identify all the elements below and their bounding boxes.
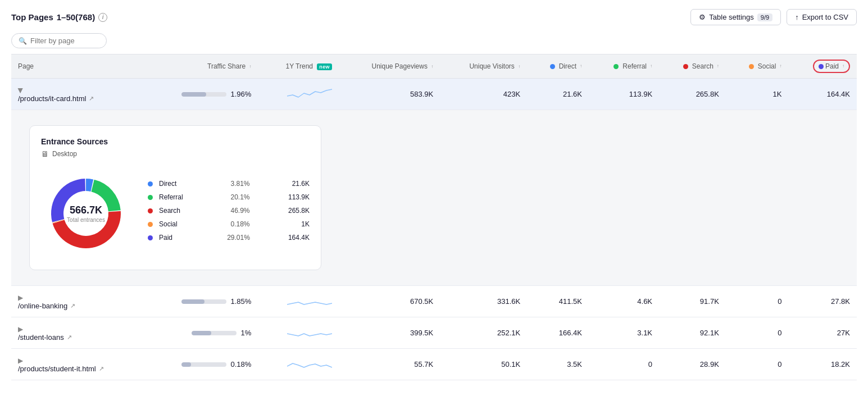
- cell-traffic-share: 1.96%: [146, 79, 258, 110]
- sparkline-chart: [287, 85, 332, 102]
- chevron-icon: ▶: [17, 88, 25, 93]
- page-link[interactable]: /products/student-it.html ↗: [18, 365, 139, 373]
- col-direct: Direct: [527, 54, 589, 79]
- page-title: Top Pages 1–50(768) i: [11, 12, 107, 22]
- page-link[interactable]: /online-banking ↗: [18, 302, 139, 310]
- cell-direct: 3.5K: [527, 349, 589, 380]
- traffic-bar-fill: [181, 362, 192, 367]
- cell-unique-pageviews: 399.5K: [339, 317, 440, 349]
- legend-val: 265.8K: [284, 207, 310, 215]
- legend-pct: 29.01%: [227, 234, 250, 242]
- chevron-icon: ▶: [18, 325, 23, 333]
- col-unique-pageviews: Unique Pageviews: [339, 54, 440, 79]
- external-link-icon: ↗: [99, 365, 104, 372]
- page-link[interactable]: /products/it-card.html ↗: [18, 94, 139, 103]
- cell-unique-visitors: 252.1K: [440, 317, 527, 349]
- cell-direct: 411.5K: [527, 286, 589, 317]
- external-link-icon: ↗: [89, 95, 94, 102]
- sort-social[interactable]: [779, 64, 781, 69]
- legend-pct: 3.81%: [228, 180, 250, 188]
- cell-paid: 27.8K: [788, 286, 857, 317]
- cell-social: 1K: [726, 79, 789, 110]
- cell-traffic-share: 1%: [146, 317, 258, 349]
- entrance-sources-panel: Entrance Sources 🖥 Desktop 566.7K Total …: [29, 125, 321, 270]
- col-traffic-share: Traffic Share: [146, 54, 258, 79]
- sort-unique-visitors[interactable]: [518, 65, 520, 69]
- expand-button[interactable]: ▶: [18, 87, 23, 94]
- cell-referral: 113.9K: [589, 79, 659, 110]
- expand-button[interactable]: ▶: [18, 294, 23, 302]
- legend-name: Direct: [159, 180, 193, 188]
- cell-trend: [258, 349, 338, 380]
- referral-dot: [613, 64, 619, 69]
- traffic-bar-fill: [181, 299, 205, 304]
- traffic-share-value: 1%: [241, 329, 252, 337]
- settings-icon: ⚙: [699, 13, 706, 21]
- cell-search: 92.1K: [659, 317, 726, 349]
- legend-pct: 20.1%: [228, 193, 250, 201]
- cell-page: ▶ /products/it-card.html ↗: [11, 79, 146, 110]
- sort-direct[interactable]: [580, 64, 582, 69]
- legend-pct: 46.9%: [228, 207, 250, 215]
- expanded-panel-row: Entrance Sources 🖥 Desktop 566.7K Total …: [11, 110, 857, 286]
- sort-paid[interactable]: [842, 64, 844, 69]
- legend-dot: [148, 181, 153, 186]
- cell-paid: 27K: [788, 317, 857, 349]
- filter-bar: 🔍: [11, 33, 857, 48]
- sort-referral[interactable]: [650, 64, 652, 69]
- search-icon: 🔍: [19, 37, 27, 45]
- cell-referral: 0: [589, 349, 659, 380]
- cell-direct: 166.4K: [527, 317, 589, 349]
- cell-page: ▶ /student-loans ↗: [11, 317, 146, 349]
- filter-input-wrap[interactable]: 🔍: [11, 33, 107, 48]
- sort-traffic-share[interactable]: [249, 65, 251, 69]
- cell-search: 265.8K: [659, 79, 726, 110]
- sort-search[interactable]: [717, 64, 719, 69]
- cell-direct: 21.6K: [527, 79, 589, 110]
- info-icon[interactable]: i: [98, 13, 107, 22]
- traffic-bar: [181, 92, 226, 97]
- traffic-share-value: 1.96%: [231, 90, 252, 98]
- export-icon: ↑: [795, 13, 799, 21]
- expand-button[interactable]: ▶: [18, 325, 23, 333]
- chart-area: 566.7K Total entrances Direct: [41, 169, 310, 258]
- cell-page: ▶ /products/student-it.html ↗: [11, 349, 146, 380]
- table-settings-button[interactable]: ⚙ Table settings 9/9: [690, 9, 781, 25]
- legend-name: Social: [159, 220, 193, 228]
- legend-item: Search 46.9% 265.8K: [148, 207, 310, 215]
- cell-unique-pageviews: 583.9K: [339, 79, 440, 110]
- legend-item: Referral 20.1% 113.9K: [148, 193, 310, 201]
- export-csv-button[interactable]: ↑ Export to CSV: [787, 9, 857, 25]
- cell-unique-pageviews: 670.5K: [339, 286, 440, 317]
- paid-col-highlight: Paid: [813, 60, 850, 73]
- social-dot: [749, 64, 754, 69]
- title-range: 1–50(768): [57, 12, 95, 22]
- cell-search: 28.9K: [659, 349, 726, 380]
- cell-social: 0: [726, 349, 789, 380]
- top-header: Top Pages 1–50(768) i ⚙ Table settings 9…: [11, 9, 857, 25]
- title-text: Top Pages: [11, 12, 53, 22]
- table-row: ▶ /products/student-it.html ↗ 0.18% 55.7…: [11, 349, 857, 380]
- traffic-share-value: 1.85%: [231, 297, 252, 306]
- expand-button[interactable]: ▶: [18, 357, 23, 365]
- col-social: Social: [726, 54, 789, 79]
- col-page: Page: [11, 54, 146, 79]
- table-settings-label: Table settings: [709, 13, 754, 21]
- table-row: ▶ /products/it-card.html ↗ 1.96% 583.9K …: [11, 79, 857, 110]
- cell-paid: 164.4K: [788, 79, 857, 110]
- page-link[interactable]: /student-loans ↗: [18, 333, 139, 342]
- legend-item: Social 0.18% 1K: [148, 220, 310, 228]
- col-unique-visitors: Unique Visitors: [440, 54, 527, 79]
- legend-val: 113.9K: [284, 193, 310, 201]
- traffic-bar: [181, 362, 226, 367]
- col-paid: Paid: [788, 54, 857, 79]
- filter-input[interactable]: [30, 37, 99, 45]
- cell-unique-visitors: 50.1K: [440, 349, 527, 380]
- cell-social: 0: [726, 317, 789, 349]
- sort-unique-pageviews[interactable]: [431, 65, 433, 69]
- cell-page: ▶ /online-banking ↗: [11, 286, 146, 317]
- legend-dot: [148, 208, 153, 213]
- cell-social: 0: [726, 286, 789, 317]
- cell-unique-visitors: 331.6K: [440, 286, 527, 317]
- col-referral: Referral: [589, 54, 659, 79]
